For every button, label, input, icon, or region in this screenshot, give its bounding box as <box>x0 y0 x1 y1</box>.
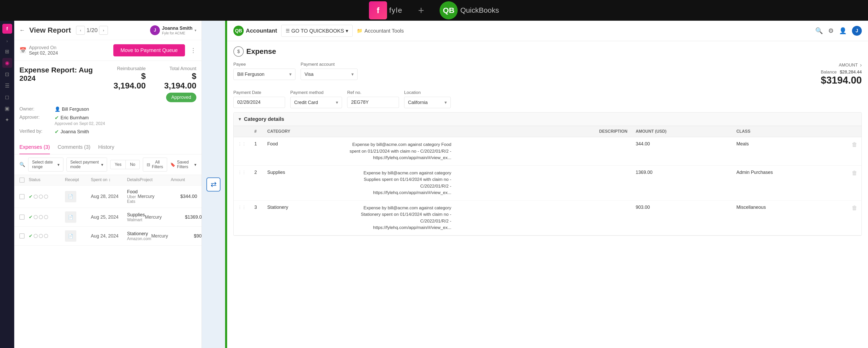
move-to-queue-button[interactable]: Move to Payment Queue <box>113 44 185 56</box>
owner-value: 👤 Bill Ferguson <box>55 106 89 112</box>
owner-label: Owner: <box>20 106 51 112</box>
cat-num-1: 1 <box>250 137 263 166</box>
qb-text: QuickBooks <box>460 6 499 14</box>
fyle-text: fyle <box>389 6 403 14</box>
approval-text: Approved On Sept 02, 2024 <box>29 45 58 56</box>
tab-history[interactable]: History <box>98 140 114 154</box>
tab-comments[interactable]: Comments (3) <box>58 140 91 154</box>
approver-label: Approver: <box>20 115 51 120</box>
approver-check-icon: ✔ <box>55 115 59 121</box>
total-block: Total Amount $ 3,194.00 Approved <box>159 66 196 102</box>
all-filters-button[interactable]: ⊟ All Filters <box>143 158 167 171</box>
row1-project: Mercury <box>137 194 169 199</box>
header-user: J Joanna Smith Fyle for ACME ▾ <box>150 25 196 35</box>
payment-method-input[interactable]: Credit Card ▾ <box>290 97 342 108</box>
cat-class-3: Miscellaneous <box>732 200 847 235</box>
expense-report-info: Expense Report: Aug 2024 Reimbursable $ … <box>14 61 202 140</box>
qb-nav-button[interactable]: ☰ GO TO QUICKBOOKS ▾ <box>281 25 353 37</box>
sidebar-expand-btn[interactable]: › <box>3 37 11 45</box>
expense-report-title: Expense Report: Aug 2024 <box>20 66 108 83</box>
bookmark-icon: 🔖 <box>170 162 176 167</box>
date-range-select[interactable]: Select date range ▾ <box>28 158 63 171</box>
qb-user-avatar[interactable]: J <box>852 26 862 36</box>
payment-account-input[interactable]: Visa ▾ <box>301 69 358 80</box>
amount-display: AMOUNT › Balance $28,284.44 $3194.00 <box>820 62 862 86</box>
more-options-button[interactable]: ⋮ <box>190 47 196 54</box>
collapse-icon[interactable]: ▼ <box>238 117 242 122</box>
filter-icon: ⊟ <box>147 162 150 167</box>
approval-label: Approved On <box>29 45 58 51</box>
row1-receipt[interactable]: 📄 <box>65 191 76 202</box>
table-row[interactable]: ✔ 📄 Aug 25, 2024 Supplies Walmart Mercur… <box>14 208 202 227</box>
nav-prev-button[interactable]: ‹ <box>76 26 85 35</box>
sidebar-dashboard-icon[interactable]: ⊡ <box>2 69 12 79</box>
location-input[interactable]: California ▾ <box>404 97 451 108</box>
qb-tools-button[interactable]: 📁 Accountant Tools <box>357 28 404 34</box>
saved-filters-button[interactable]: 🔖 Saved Filters ▾ <box>170 160 196 169</box>
main-amount: $3194.00 <box>820 75 862 86</box>
approver-row: Approver: ✔ Eric Burnham Approved on Sep… <box>20 115 196 126</box>
delete-icon-3[interactable]: 🗑 <box>852 205 858 211</box>
delete-icon-1[interactable]: 🗑 <box>852 141 858 148</box>
cat-desc-1: Expense by bill@acme.com against categor… <box>348 141 451 161</box>
payee-input[interactable]: Bill Ferguson ▾ <box>234 69 296 80</box>
qb-user-icon[interactable]: 👤 <box>839 27 847 34</box>
drag-handle-1[interactable]: ⋮⋮ <box>238 142 246 146</box>
sidebar-settings-icon[interactable]: ✦ <box>2 115 12 125</box>
payment-mode-select[interactable]: Select payment mode ▾ <box>66 158 107 171</box>
expense-icon: $ <box>234 46 244 57</box>
tab-expenses[interactable]: Expenses (3) <box>20 140 50 154</box>
search-icon[interactable]: 🔍 <box>20 162 25 167</box>
nav-next-button[interactable]: › <box>99 26 108 35</box>
category-section: ▼ Category details # CATEGORY DESCRIPTIO… <box>234 112 862 236</box>
row2-checkbox[interactable] <box>20 215 25 220</box>
sidebar-reports-icon[interactable]: ☰ <box>2 81 12 91</box>
hamburger-icon: ☰ <box>286 28 290 34</box>
table-row[interactable]: ✔ 📄 Aug 24, 2024 Stationery Amazon.com M… <box>14 227 202 246</box>
user-badge[interactable]: J Joanna Smith Fyle for ACME ▾ <box>150 25 196 35</box>
payment-date-input[interactable]: 02/28/2024 <box>234 97 285 108</box>
sidebar-expenses-icon[interactable]: ◻ <box>2 92 12 102</box>
fyle-sidebar-logo[interactable]: f <box>2 24 12 34</box>
nav-controls: ‹ 1/20 › <box>76 26 108 35</box>
approval-info: 📅 Approved On Sept 02, 2024 <box>20 45 58 56</box>
fyle-logo: f fyle <box>369 1 403 20</box>
col-description: DESCRIPTION <box>344 126 631 137</box>
row3-checkbox[interactable] <box>20 233 25 239</box>
row1-checkbox[interactable] <box>20 194 25 199</box>
row2-receipt[interactable]: 📄 <box>65 211 76 223</box>
payment-account-label: Payment account <box>301 62 358 67</box>
row3-details: Stationery Amazon.com <box>127 231 151 241</box>
qb-settings-icon[interactable]: ⚙ <box>828 27 834 34</box>
back-button[interactable]: ← <box>20 27 25 34</box>
sidebar-active-icon[interactable]: ◉ <box>2 58 12 68</box>
qb-search-icon[interactable]: 🔍 <box>815 27 823 34</box>
amount-next-icon[interactable]: › <box>860 62 862 69</box>
row3-dot2 <box>39 234 43 238</box>
no-button[interactable]: No <box>126 160 140 169</box>
user-org: Fyle for ACME <box>162 31 192 35</box>
delete-icon-2[interactable]: 🗑 <box>852 170 858 176</box>
header-checkbox[interactable] <box>20 178 25 183</box>
sidebar-cards-icon[interactable]: ▣ <box>2 103 12 113</box>
col-project: Project <box>140 178 171 183</box>
row3-receipt[interactable]: 📄 <box>65 230 76 242</box>
sidebar-home-icon[interactable]: ⊞ <box>2 46 12 56</box>
quickbooks-panel: QB Accountant ☰ GO TO QUICKBOOKS ▾ 📁 Acc… <box>225 21 868 348</box>
payment-date-label: Payment Date <box>234 90 285 95</box>
payment-method-label: Payment method <box>290 90 342 95</box>
approval-section: 📅 Approved On Sept 02, 2024 Move to Paym… <box>14 40 202 61</box>
cat-category-1: Food <box>263 137 344 166</box>
table-row[interactable]: ✔ 📄 Aug 28, 2024 Food Uber Eats Mercury … <box>14 186 202 208</box>
col-spent-on: Spent on ↕ <box>91 178 127 183</box>
cat-amount-2: 1369.00 <box>631 165 732 200</box>
drag-handle-2[interactable]: ⋮⋮ <box>238 170 246 175</box>
user-dropdown-icon[interactable]: ▾ <box>194 28 196 32</box>
yes-button[interactable]: Yes <box>110 160 126 169</box>
top-bar: f fyle + QB QuickBooks <box>0 0 868 21</box>
drag-handle-3[interactable]: ⋮⋮ <box>238 205 246 210</box>
row2-check-icon: ✔ <box>29 214 33 220</box>
ref-input[interactable]: 2EG78Y <box>347 97 399 108</box>
qb-header-actions: 🔍 ⚙ 👤 J <box>815 26 862 36</box>
plus-divider: + <box>418 5 424 16</box>
